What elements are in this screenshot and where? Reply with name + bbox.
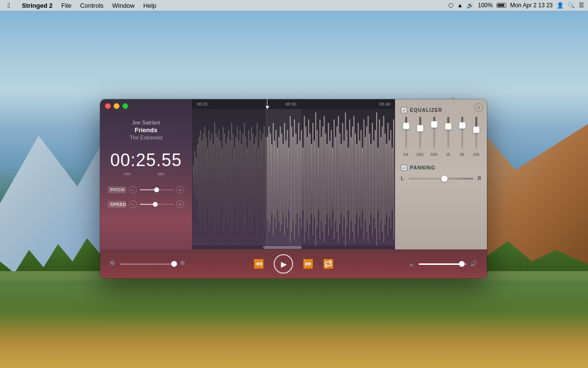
svg-rect-114	[353, 116, 354, 243]
svg-rect-96	[328, 123, 329, 235]
eq-checkbox[interactable]: ✓	[401, 107, 407, 113]
maximize-button[interactable]	[122, 103, 128, 109]
search-right-icon[interactable]: 🔍	[180, 261, 187, 267]
eq-band-16k: 16k	[471, 115, 481, 149]
svg-rect-93	[324, 116, 325, 243]
svg-rect-43	[254, 144, 255, 215]
eq-slider-500[interactable]	[433, 115, 435, 149]
svg-rect-20	[221, 148, 222, 211]
volume-slider[interactable]	[419, 263, 467, 265]
search-thumb[interactable]	[171, 261, 177, 267]
svg-rect-118	[359, 140, 360, 218]
repeat-button[interactable]: 🔁	[323, 259, 334, 269]
equalizer-section: ✓ EQUALIZER 64	[401, 107, 481, 157]
right-panel: × ✓ EQUALIZER 64	[395, 99, 487, 249]
timeline-marker-3: 00:40	[379, 102, 390, 107]
eq-slider-16k[interactable]	[475, 115, 477, 149]
svg-rect-135	[383, 116, 384, 243]
eq-band-500: 500	[429, 115, 439, 149]
panning-checkbox[interactable]: ✓	[401, 165, 407, 171]
svg-rect-98	[331, 130, 332, 229]
pitch-increase-button[interactable]: +	[176, 186, 184, 194]
svg-rect-119	[361, 130, 362, 229]
svg-rect-28	[233, 134, 234, 225]
menu-window[interactable]: Window	[108, 1, 138, 10]
svg-rect-117	[358, 123, 359, 235]
waveform-canvas[interactable]	[192, 109, 395, 249]
timer-labels: min sec	[110, 171, 178, 176]
svg-rect-29	[234, 148, 235, 211]
svg-rect-26	[230, 140, 231, 218]
svg-rect-136	[385, 134, 386, 225]
svg-rect-32	[238, 140, 239, 218]
eq-slider-2k[interactable]	[461, 115, 463, 149]
menu-controls[interactable]: Controls	[76, 1, 107, 10]
scrollbar-track[interactable]	[192, 245, 395, 249]
play-button[interactable]: ▶	[274, 254, 293, 274]
svg-rect-51	[265, 137, 266, 221]
svg-rect-141	[392, 148, 393, 211]
svg-rect-103	[338, 116, 339, 243]
speed-decrease-button[interactable]: −	[129, 200, 137, 208]
left-panel: Joe Satriani Friends The Extremist 00:25…	[100, 99, 192, 249]
eq-close-button[interactable]: ×	[474, 103, 483, 112]
panning-slider[interactable]	[409, 178, 473, 180]
pitch-decrease-button[interactable]: −	[129, 186, 137, 194]
eq-band-64: 64	[401, 115, 411, 149]
menu-icon[interactable]: ☰	[579, 2, 584, 9]
svg-rect-97	[329, 140, 330, 218]
volume-thumb[interactable]	[459, 261, 465, 267]
eq-band-2k: 2k	[457, 115, 467, 149]
svg-rect-111	[349, 120, 350, 239]
svg-rect-133	[381, 137, 382, 221]
menubar:  Stringed 2 File Controls Window Help ⬡…	[0, 0, 588, 11]
svg-rect-89	[318, 148, 319, 211]
svg-rect-50	[264, 126, 265, 232]
user-icon[interactable]: 👤	[557, 2, 564, 9]
pitch-slider[interactable]	[140, 189, 174, 190]
search-left-icon[interactable]: 🔍	[110, 261, 117, 267]
svg-rect-23	[225, 144, 226, 215]
scrollbar-thumb[interactable]	[263, 246, 302, 249]
svg-rect-127	[372, 123, 373, 235]
svg-rect-33	[240, 130, 241, 229]
svg-rect-13	[211, 134, 212, 225]
svg-rect-110	[348, 148, 349, 211]
waveform-svg	[192, 109, 395, 249]
search-icon[interactable]: 🔍	[568, 2, 575, 9]
svg-rect-102	[337, 126, 338, 232]
eq-slider-250[interactable]	[419, 115, 421, 149]
minimize-button[interactable]	[114, 103, 119, 109]
panning-section: ✓ PANNING L R	[401, 165, 481, 181]
menubar-left:  Stringed 2 File Controls Window Help	[4, 0, 160, 10]
panning-slider-container: L R	[401, 176, 481, 181]
eq-slider-1k[interactable]	[447, 115, 449, 149]
svg-rect-38	[247, 148, 248, 211]
app-name[interactable]: Stringed 2	[18, 1, 57, 10]
svg-rect-0	[193, 165, 194, 193]
fast-forward-button[interactable]: ⏩	[303, 259, 313, 269]
track-album: The Extremist	[130, 135, 162, 140]
svg-rect-138	[387, 123, 388, 235]
rewind-button[interactable]: ⏪	[253, 259, 264, 269]
svg-rect-79	[304, 116, 305, 243]
svg-rect-10	[207, 148, 208, 211]
waveform-area: 00:20 00:30 00:40	[192, 99, 395, 249]
wifi-icon: ▲	[457, 2, 463, 9]
apple-menu[interactable]: 	[4, 0, 14, 10]
speed-increase-button[interactable]: +	[176, 200, 184, 208]
svg-rect-39	[248, 130, 249, 229]
svg-rect-95	[326, 144, 327, 215]
menu-file[interactable]: File	[58, 1, 75, 10]
svg-rect-109	[346, 130, 347, 229]
eq-band-250: 250	[415, 115, 425, 149]
timeline-marker-1: 00:20	[197, 102, 208, 107]
speed-slider[interactable]	[140, 204, 174, 205]
menu-help[interactable]: Help	[139, 1, 160, 10]
eq-slider-64[interactable]	[405, 115, 407, 149]
close-button[interactable]	[105, 103, 111, 109]
svg-rect-8	[204, 126, 205, 232]
search-track-left[interactable]	[120, 263, 177, 265]
timer-min-label: min	[124, 171, 131, 176]
svg-rect-125	[369, 134, 370, 225]
